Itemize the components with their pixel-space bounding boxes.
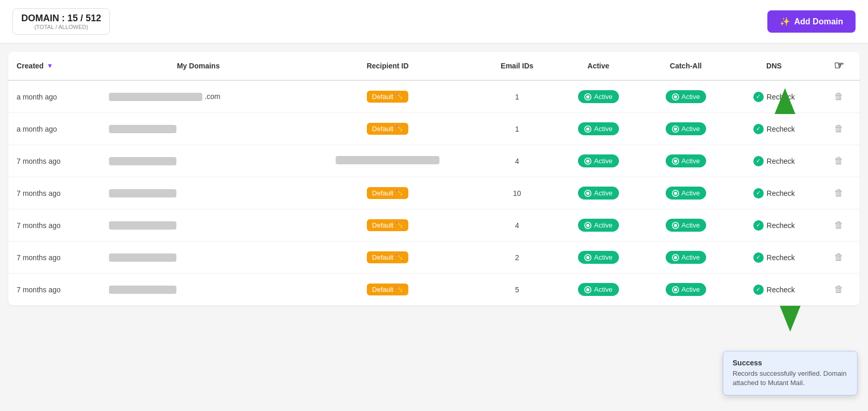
- cell-delete: 🗑: [819, 242, 860, 274]
- trash-icon: 🗑: [834, 252, 844, 262]
- cell-dns: ✓ Recheck: [729, 209, 819, 242]
- table-row: 7 months agoDefault ✏️2 Active Active✓ R…: [8, 242, 860, 274]
- table-row: 7 months agoDefault ✏️4 Active Active✓ R…: [8, 209, 860, 242]
- radio-icon: [672, 286, 679, 293]
- cell-created: 7 months ago: [8, 209, 101, 242]
- active-badge[interactable]: Active: [578, 154, 618, 167]
- radio-icon: [672, 222, 679, 229]
- cell-created: a month ago: [8, 80, 101, 113]
- col-catch-all: Catch-All: [642, 52, 729, 80]
- recheck-button[interactable]: ✓ Recheck: [753, 156, 795, 166]
- recheck-button[interactable]: ✓ Recheck: [753, 220, 795, 231]
- cell-active: Active: [555, 145, 642, 177]
- cell-email-ids: 2: [479, 242, 555, 274]
- active-badge[interactable]: Active: [578, 122, 618, 135]
- col-actions: ☞: [819, 52, 860, 80]
- radio-icon: [584, 93, 591, 101]
- active-badge[interactable]: Active: [578, 283, 618, 296]
- trash-icon: 🗑: [834, 155, 844, 166]
- domain-tld: .com: [204, 92, 220, 101]
- cell-dns: ✓ Recheck: [729, 274, 819, 306]
- catch-all-badge[interactable]: Active: [666, 187, 706, 200]
- cell-dns: ✓ Recheck: [729, 177, 819, 209]
- recheck-button[interactable]: ✓ Recheck: [753, 252, 795, 263]
- catch-all-badge[interactable]: Active: [666, 219, 706, 232]
- catch-all-badge[interactable]: Active: [666, 154, 706, 167]
- delete-button[interactable]: 🗑: [834, 284, 844, 295]
- delete-button[interactable]: 🗑: [834, 220, 844, 231]
- domains-table-container: Created ▼ My Domains Recipient ID Email …: [8, 52, 860, 305]
- cell-domain: [101, 177, 296, 209]
- cell-email-ids: 4: [479, 145, 555, 177]
- cell-active: Active: [555, 209, 642, 242]
- cursor-icon: ☞: [834, 59, 844, 72]
- cell-catch-all: Active: [642, 274, 729, 306]
- cell-domain: [101, 274, 296, 306]
- cell-created: 7 months ago: [8, 274, 101, 306]
- trash-icon: 🗑: [834, 220, 844, 230]
- cell-dns: ✓ Recheck: [729, 113, 819, 145]
- cell-recipient: Default ✏️: [296, 209, 479, 242]
- add-domain-label: Add Domain: [794, 17, 843, 26]
- cell-active: Active: [555, 274, 642, 306]
- delete-button[interactable]: 🗑: [834, 252, 844, 263]
- cell-recipient: Default ✏️: [296, 274, 479, 306]
- edit-icon: ✏️: [396, 125, 403, 132]
- recheck-button[interactable]: ✓ Recheck: [753, 285, 795, 295]
- default-badge[interactable]: Default ✏️: [367, 284, 408, 295]
- active-badge[interactable]: Active: [578, 219, 618, 232]
- cell-active: Active: [555, 242, 642, 274]
- check-circle-icon: ✓: [753, 92, 764, 102]
- cell-email-ids: 1: [479, 113, 555, 145]
- col-recipient-id: Recipient ID: [296, 52, 479, 80]
- cell-domain: .com: [101, 80, 296, 113]
- check-circle-icon: ✓: [753, 188, 764, 199]
- cell-catch-all: Active: [642, 177, 729, 209]
- edit-icon: ✏️: [396, 93, 403, 100]
- active-badge[interactable]: Active: [578, 251, 618, 264]
- cell-delete: 🗑: [819, 80, 860, 113]
- toast-message: Records successfully verified. Domain at…: [733, 369, 848, 388]
- default-badge[interactable]: Default ✏️: [367, 187, 408, 199]
- active-badge[interactable]: Active: [578, 187, 618, 200]
- recheck-button[interactable]: ✓ Recheck: [753, 124, 795, 134]
- cell-catch-all: Active: [642, 113, 729, 145]
- cell-catch-all: Active: [642, 145, 729, 177]
- cell-active: Active: [555, 113, 642, 145]
- delete-button[interactable]: 🗑: [834, 188, 844, 199]
- table-row: a month agoDefault ✏️1 Active Active✓ Re…: [8, 113, 860, 145]
- delete-button[interactable]: 🗑: [834, 123, 844, 134]
- cell-dns: ✓ Recheck: [729, 80, 819, 113]
- delete-button[interactable]: 🗑: [834, 155, 844, 166]
- catch-all-badge[interactable]: Active: [666, 90, 706, 103]
- catch-all-badge[interactable]: Active: [666, 251, 706, 264]
- cell-recipient: Default ✏️: [296, 80, 479, 113]
- delete-button[interactable]: 🗑: [834, 91, 844, 102]
- default-badge[interactable]: Default ✏️: [367, 123, 408, 135]
- active-badge[interactable]: Active: [578, 90, 618, 103]
- table-row: 7 months ago4 Active Active✓ Recheck🗑: [8, 145, 860, 177]
- trash-icon: 🗑: [834, 91, 844, 102]
- top-bar: DOMAIN : 15 / 512 (TOTAL / ALLOWED) ✨ Ad…: [0, 0, 868, 44]
- edit-icon: ✏️: [396, 286, 403, 293]
- cell-created: 7 months ago: [8, 145, 101, 177]
- domain-counter: DOMAIN : 15 / 512 (TOTAL / ALLOWED): [12, 8, 110, 35]
- default-badge[interactable]: Default ✏️: [367, 251, 408, 263]
- radio-icon: [584, 190, 591, 197]
- default-badge[interactable]: Default ✏️: [367, 91, 408, 103]
- recheck-button[interactable]: ✓ Recheck: [753, 188, 795, 199]
- catch-all-badge[interactable]: Active: [666, 122, 706, 135]
- cell-created: 7 months ago: [8, 177, 101, 209]
- radio-icon: [584, 286, 591, 293]
- add-domain-button[interactable]: ✨ Add Domain: [767, 10, 856, 33]
- radio-icon: [584, 222, 591, 229]
- catch-all-badge[interactable]: Active: [666, 283, 706, 296]
- col-created[interactable]: Created ▼: [8, 52, 101, 80]
- default-badge[interactable]: Default ✏️: [367, 219, 408, 231]
- cell-recipient: Default ✏️: [296, 113, 479, 145]
- cell-delete: 🗑: [819, 209, 860, 242]
- domain-sub: (TOTAL / ALLOWED): [21, 24, 101, 30]
- cell-domain: [101, 113, 296, 145]
- cell-dns: ✓ Recheck: [729, 145, 819, 177]
- cell-created: a month ago: [8, 113, 101, 145]
